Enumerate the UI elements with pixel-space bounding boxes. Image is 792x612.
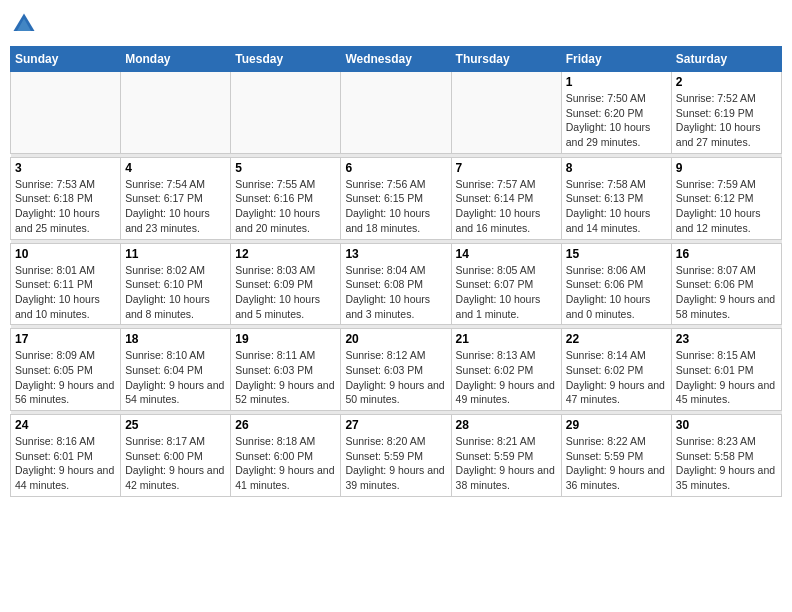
- calendar-day: 20Sunrise: 8:12 AM Sunset: 6:03 PM Dayli…: [341, 329, 451, 411]
- day-number: 21: [456, 332, 557, 346]
- calendar-day: 28Sunrise: 8:21 AM Sunset: 5:59 PM Dayli…: [451, 415, 561, 497]
- calendar-day: 9Sunrise: 7:59 AM Sunset: 6:12 PM Daylig…: [671, 157, 781, 239]
- day-number: 20: [345, 332, 446, 346]
- day-info: Sunrise: 7:53 AM Sunset: 6:18 PM Dayligh…: [15, 177, 116, 236]
- logo-icon: [10, 10, 38, 38]
- calendar-day: 21Sunrise: 8:13 AM Sunset: 6:02 PM Dayli…: [451, 329, 561, 411]
- day-info: Sunrise: 8:02 AM Sunset: 6:10 PM Dayligh…: [125, 263, 226, 322]
- calendar-day: 27Sunrise: 8:20 AM Sunset: 5:59 PM Dayli…: [341, 415, 451, 497]
- day-info: Sunrise: 8:01 AM Sunset: 6:11 PM Dayligh…: [15, 263, 116, 322]
- day-number: 30: [676, 418, 777, 432]
- day-number: 5: [235, 161, 336, 175]
- calendar-day: 12Sunrise: 8:03 AM Sunset: 6:09 PM Dayli…: [231, 243, 341, 325]
- day-number: 9: [676, 161, 777, 175]
- calendar-day: 11Sunrise: 8:02 AM Sunset: 6:10 PM Dayli…: [121, 243, 231, 325]
- day-header-thursday: Thursday: [451, 47, 561, 72]
- calendar-day: 1Sunrise: 7:50 AM Sunset: 6:20 PM Daylig…: [561, 72, 671, 154]
- calendar-day: 4Sunrise: 7:54 AM Sunset: 6:17 PM Daylig…: [121, 157, 231, 239]
- calendar-day: 19Sunrise: 8:11 AM Sunset: 6:03 PM Dayli…: [231, 329, 341, 411]
- day-number: 4: [125, 161, 226, 175]
- calendar-day: 14Sunrise: 8:05 AM Sunset: 6:07 PM Dayli…: [451, 243, 561, 325]
- calendar-day: 15Sunrise: 8:06 AM Sunset: 6:06 PM Dayli…: [561, 243, 671, 325]
- day-number: 13: [345, 247, 446, 261]
- day-number: 27: [345, 418, 446, 432]
- calendar-week-1: 1Sunrise: 7:50 AM Sunset: 6:20 PM Daylig…: [11, 72, 782, 154]
- day-info: Sunrise: 8:11 AM Sunset: 6:03 PM Dayligh…: [235, 348, 336, 407]
- day-number: 22: [566, 332, 667, 346]
- calendar-day: [341, 72, 451, 154]
- day-number: 6: [345, 161, 446, 175]
- day-number: 1: [566, 75, 667, 89]
- day-number: 15: [566, 247, 667, 261]
- calendar-day: 13Sunrise: 8:04 AM Sunset: 6:08 PM Dayli…: [341, 243, 451, 325]
- day-number: 18: [125, 332, 226, 346]
- page-header: [10, 10, 782, 38]
- day-info: Sunrise: 7:52 AM Sunset: 6:19 PM Dayligh…: [676, 91, 777, 150]
- calendar-day: 17Sunrise: 8:09 AM Sunset: 6:05 PM Dayli…: [11, 329, 121, 411]
- calendar-day: 8Sunrise: 7:58 AM Sunset: 6:13 PM Daylig…: [561, 157, 671, 239]
- day-info: Sunrise: 8:14 AM Sunset: 6:02 PM Dayligh…: [566, 348, 667, 407]
- day-number: 19: [235, 332, 336, 346]
- calendar-week-4: 17Sunrise: 8:09 AM Sunset: 6:05 PM Dayli…: [11, 329, 782, 411]
- calendar-day: [451, 72, 561, 154]
- logo: [10, 10, 42, 38]
- calendar-day: 10Sunrise: 8:01 AM Sunset: 6:11 PM Dayli…: [11, 243, 121, 325]
- day-number: 23: [676, 332, 777, 346]
- day-info: Sunrise: 7:59 AM Sunset: 6:12 PM Dayligh…: [676, 177, 777, 236]
- calendar-week-3: 10Sunrise: 8:01 AM Sunset: 6:11 PM Dayli…: [11, 243, 782, 325]
- day-number: 7: [456, 161, 557, 175]
- day-info: Sunrise: 8:17 AM Sunset: 6:00 PM Dayligh…: [125, 434, 226, 493]
- day-info: Sunrise: 8:06 AM Sunset: 6:06 PM Dayligh…: [566, 263, 667, 322]
- day-number: 3: [15, 161, 116, 175]
- calendar-week-5: 24Sunrise: 8:16 AM Sunset: 6:01 PM Dayli…: [11, 415, 782, 497]
- day-info: Sunrise: 8:20 AM Sunset: 5:59 PM Dayligh…: [345, 434, 446, 493]
- calendar-day: 5Sunrise: 7:55 AM Sunset: 6:16 PM Daylig…: [231, 157, 341, 239]
- day-number: 11: [125, 247, 226, 261]
- day-info: Sunrise: 8:12 AM Sunset: 6:03 PM Dayligh…: [345, 348, 446, 407]
- day-number: 2: [676, 75, 777, 89]
- calendar-day: 25Sunrise: 8:17 AM Sunset: 6:00 PM Dayli…: [121, 415, 231, 497]
- day-header-wednesday: Wednesday: [341, 47, 451, 72]
- day-info: Sunrise: 7:55 AM Sunset: 6:16 PM Dayligh…: [235, 177, 336, 236]
- day-info: Sunrise: 7:58 AM Sunset: 6:13 PM Dayligh…: [566, 177, 667, 236]
- day-number: 29: [566, 418, 667, 432]
- calendar-table: SundayMondayTuesdayWednesdayThursdayFrid…: [10, 46, 782, 497]
- day-info: Sunrise: 8:05 AM Sunset: 6:07 PM Dayligh…: [456, 263, 557, 322]
- day-info: Sunrise: 8:03 AM Sunset: 6:09 PM Dayligh…: [235, 263, 336, 322]
- day-info: Sunrise: 8:09 AM Sunset: 6:05 PM Dayligh…: [15, 348, 116, 407]
- calendar-day: 23Sunrise: 8:15 AM Sunset: 6:01 PM Dayli…: [671, 329, 781, 411]
- day-number: 28: [456, 418, 557, 432]
- calendar-day: 18Sunrise: 8:10 AM Sunset: 6:04 PM Dayli…: [121, 329, 231, 411]
- calendar-day: 2Sunrise: 7:52 AM Sunset: 6:19 PM Daylig…: [671, 72, 781, 154]
- day-info: Sunrise: 8:18 AM Sunset: 6:00 PM Dayligh…: [235, 434, 336, 493]
- calendar-day: [11, 72, 121, 154]
- day-number: 8: [566, 161, 667, 175]
- day-header-sunday: Sunday: [11, 47, 121, 72]
- day-number: 17: [15, 332, 116, 346]
- day-info: Sunrise: 7:50 AM Sunset: 6:20 PM Dayligh…: [566, 91, 667, 150]
- day-header-friday: Friday: [561, 47, 671, 72]
- day-header-tuesday: Tuesday: [231, 47, 341, 72]
- day-info: Sunrise: 7:56 AM Sunset: 6:15 PM Dayligh…: [345, 177, 446, 236]
- calendar-day: 16Sunrise: 8:07 AM Sunset: 6:06 PM Dayli…: [671, 243, 781, 325]
- day-info: Sunrise: 8:15 AM Sunset: 6:01 PM Dayligh…: [676, 348, 777, 407]
- day-number: 25: [125, 418, 226, 432]
- day-info: Sunrise: 8:22 AM Sunset: 5:59 PM Dayligh…: [566, 434, 667, 493]
- day-info: Sunrise: 8:16 AM Sunset: 6:01 PM Dayligh…: [15, 434, 116, 493]
- calendar-day: 7Sunrise: 7:57 AM Sunset: 6:14 PM Daylig…: [451, 157, 561, 239]
- day-number: 10: [15, 247, 116, 261]
- day-info: Sunrise: 7:54 AM Sunset: 6:17 PM Dayligh…: [125, 177, 226, 236]
- day-number: 24: [15, 418, 116, 432]
- day-info: Sunrise: 8:10 AM Sunset: 6:04 PM Dayligh…: [125, 348, 226, 407]
- day-number: 16: [676, 247, 777, 261]
- calendar-day: [231, 72, 341, 154]
- day-info: Sunrise: 8:13 AM Sunset: 6:02 PM Dayligh…: [456, 348, 557, 407]
- day-info: Sunrise: 8:07 AM Sunset: 6:06 PM Dayligh…: [676, 263, 777, 322]
- calendar-day: 29Sunrise: 8:22 AM Sunset: 5:59 PM Dayli…: [561, 415, 671, 497]
- day-header-monday: Monday: [121, 47, 231, 72]
- day-info: Sunrise: 8:23 AM Sunset: 5:58 PM Dayligh…: [676, 434, 777, 493]
- calendar-day: 30Sunrise: 8:23 AM Sunset: 5:58 PM Dayli…: [671, 415, 781, 497]
- calendar-header-row: SundayMondayTuesdayWednesdayThursdayFrid…: [11, 47, 782, 72]
- calendar-day: 24Sunrise: 8:16 AM Sunset: 6:01 PM Dayli…: [11, 415, 121, 497]
- calendar-day: [121, 72, 231, 154]
